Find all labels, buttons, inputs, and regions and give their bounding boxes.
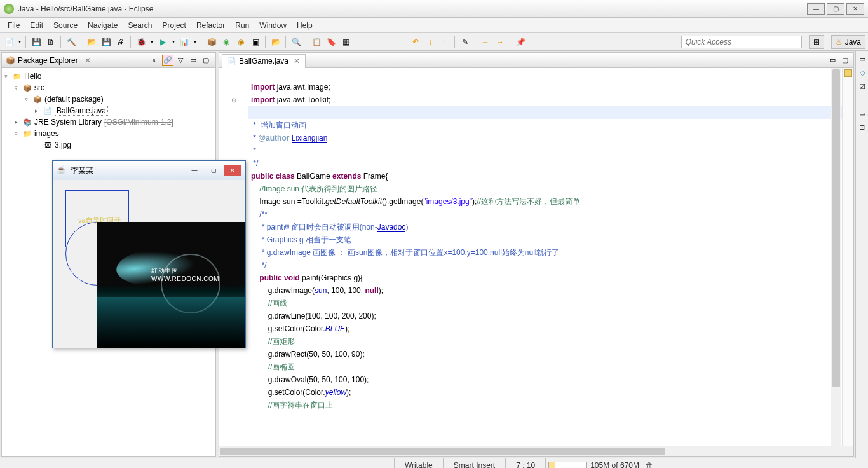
save2-icon[interactable]: 💾 [100,36,112,48]
tree-file[interactable]: BallGame.java [55,106,108,116]
newpkg-icon[interactable]: 📦 [205,36,218,48]
popup-close-button[interactable]: ✕ [224,165,241,176]
menu-edit[interactable]: Edit [25,19,48,32]
status-insert: Smart Insert [443,458,505,468]
tree-img[interactable]: 3.jpg [55,141,71,149]
task-icon[interactable]: 📋 [310,36,323,48]
javafile-icon: 📄 [227,57,236,65]
tree-project[interactable]: Hello [24,72,41,81]
eclipse-icon [4,4,14,14]
project-icon: 📁 [12,72,22,81]
menu-search[interactable]: Search [123,19,157,32]
close-button[interactable]: ✕ [846,3,864,15]
newclass-icon[interactable]: ◉ [220,36,233,48]
menu-project[interactable]: Project [158,19,191,32]
menu-source[interactable]: Source [48,19,83,32]
java-app-window[interactable]: ☕ 李某某 — ▢ ✕ va自学时间开 红动中国WWW.REDOCN.COM [52,160,246,348]
toggle-icon[interactable]: ▦ [339,36,352,48]
newenum-icon[interactable]: ▣ [249,36,262,48]
menu-file[interactable]: File [3,19,25,32]
popup-max-button[interactable]: ▢ [205,165,222,176]
collapse-icon[interactable]: ⇤ [149,55,161,66]
package-tree[interactable]: ▿📁Hello ▿📦src ▿📦(default package) ▸📄Ball… [2,68,215,153]
tasklist-icon[interactable]: ☑ [857,81,867,92]
print-icon[interactable]: 🖨 [114,36,127,48]
perspective-java[interactable]: ♨Java [831,35,865,49]
menu-help[interactable]: Help [292,19,318,32]
pin-icon[interactable]: 📌 [514,36,527,48]
code-editor[interactable]: ⊖ ⊖ ⊖ import java.awt.Image; import java… [219,68,853,446]
coverage-icon[interactable]: 📊 [178,36,191,48]
tree-jre-profile: [OSGi/Minimum-1.2] [104,118,173,127]
maximize-view-icon[interactable]: ▢ [200,55,212,66]
popup-min-button[interactable]: — [186,165,203,176]
dd3-icon[interactable]: ▾ [193,36,198,48]
popup-canvas: va自学时间开 红动中国WWW.REDOCN.COM [53,180,245,348]
tree-pkg[interactable]: (default package) [44,95,104,104]
overview-ruler[interactable] [842,68,853,446]
open-perspective-button[interactable]: ⊞ [809,35,824,49]
minimize-view-icon[interactable]: ▭ [187,55,199,66]
package-icon: 📦 [6,56,15,65]
newif-icon[interactable]: ◉ [234,36,247,48]
new-icon[interactable]: 📄 [3,36,15,48]
outline-icon[interactable]: ◇ [857,67,867,78]
status-writable: Writable [394,458,443,468]
back-icon[interactable]: ← [479,36,492,48]
bookmark-icon[interactable]: 🔖 [325,36,337,48]
restore2-icon[interactable]: ▭ [857,108,867,118]
maximize-button[interactable]: ▢ [827,3,844,15]
window-titlebar: Java - Hello/src/BallGame.java - Eclipse… [0,0,868,18]
tree-src[interactable]: src [34,83,44,92]
prev-ann-icon[interactable]: ↑ [438,36,451,48]
quick-access-input[interactable] [681,36,802,48]
tab-close-icon[interactable]: ✕ [294,57,300,65]
gc-icon[interactable]: 🗑 [646,461,653,469]
outline2-icon[interactable]: ⊡ [857,122,867,132]
save-icon[interactable]: 💾 [30,36,43,48]
menu-run[interactable]: Run [230,19,254,32]
view-menu-icon[interactable]: ▽ [175,55,186,66]
window-title: Java - Hello/src/BallGame.java - Eclipse [18,4,805,13]
next-ann-icon[interactable]: ↓ [424,36,437,48]
build-icon[interactable]: 🔨 [65,36,78,48]
menu-window[interactable]: Window [254,19,292,32]
javafile-icon: 📄 [43,106,53,115]
fwd-icon[interactable]: → [494,36,506,48]
view-close-icon[interactable]: ✕ [85,56,91,65]
statusbar: Writable Smart Insert 7 : 10 105M of 670… [0,458,868,468]
open-type-icon[interactable]: 📂 [85,36,98,48]
folder-icon: 📁 [22,129,32,138]
restore-icon[interactable]: ▭ [857,53,867,64]
vertical-scrollbar[interactable] [831,68,841,446]
mark-icon[interactable]: ✎ [459,36,471,48]
tree-images[interactable]: images [34,129,59,138]
view-title: Package Explorer [18,56,78,65]
minimize-button[interactable]: — [807,3,825,15]
dd-icon[interactable]: ▾ [149,36,154,48]
saveall-icon[interactable]: 🗎 [44,36,57,48]
popup-title: 李某某 [71,165,184,176]
editor-max-icon[interactable]: ▢ [839,55,851,66]
prev-edit-icon[interactable]: ↶ [409,36,422,48]
menubar: File Edit Source Navigate Search Project… [0,18,868,33]
open-icon[interactable]: 📂 [269,36,282,48]
debug-icon[interactable]: 🐞 [135,36,147,48]
dropdown-icon[interactable]: ▾ [17,36,22,48]
dd2-icon[interactable]: ▾ [171,36,176,48]
editor-tab-label: BallGame.java [239,57,288,65]
tree-jre[interactable]: JRE System Library [34,118,102,127]
status-heap: 105M of 670M [590,461,639,469]
menu-refactor[interactable]: Refactor [191,19,230,32]
link-icon[interactable]: 🔗 [162,55,173,66]
editor-tab[interactable]: 📄BallGame.java✕ [222,54,306,68]
watermark-text: 红动中国WWW.REDOCN.COM [151,266,245,282]
editor-min-icon[interactable]: ▭ [827,55,838,66]
run-icon[interactable]: ▶ [156,36,169,48]
menu-navigate[interactable]: Navigate [83,19,123,32]
image-reflection [97,297,245,348]
java-icon: ☕ [57,165,67,176]
horizontal-scrollbar[interactable] [219,446,853,456]
popup-titlebar[interactable]: ☕ 李某某 — ▢ ✕ [53,161,245,180]
search2-icon[interactable]: 🔍 [290,36,302,48]
